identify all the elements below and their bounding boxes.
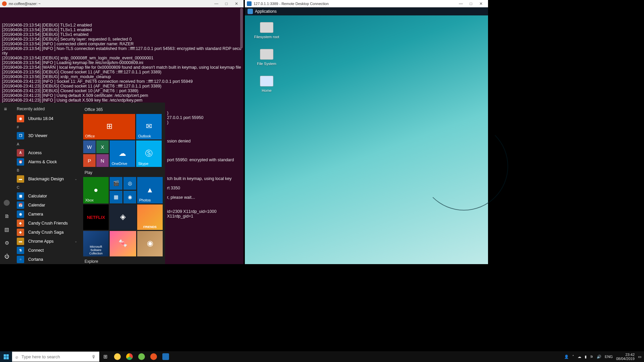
tile-word[interactable]: W [83,140,96,153]
taskbar-rdp[interactable] [160,351,172,362]
drive-icon [260,49,273,60]
start-app-list[interactable]: Recently added ◉Ubuntu 18.04 # ❒3D Viewe… [13,103,80,264]
tile-ccsaga[interactable]: 🍬 [110,231,136,256]
notifications-icon[interactable]: ▭ [638,355,641,359]
letter-a[interactable]: A [13,140,80,148]
applications-menu[interactable]: Applications [255,9,277,14]
cloud-icon: ☁ [119,149,126,158]
calendar-icon: 📅 [17,201,24,209]
tile-xbox[interactable]: ●Xbox [83,177,109,203]
terminal-scrollbar[interactable] [240,8,243,48]
app-connect[interactable]: ⇅Connect [13,246,80,255]
pictures-icon[interactable]: ▧ [4,227,10,233]
settings-icon[interactable]: ⚙ [4,240,10,246]
app-candy-crush-friends[interactable]: ◆Candy Crush Friends [13,219,80,228]
search-input[interactable] [21,354,92,359]
game-icon: ◆ [17,229,24,236]
minimize-button[interactable]: — [456,1,466,6]
rdp-titlebar[interactable]: 127.0.1.1:3389 - Remote Desktop Connecti… [245,0,488,7]
tile-people[interactable]: ◉ [123,191,136,203]
clock-icon: ⏰ [17,158,24,166]
letter-hash[interactable]: # [13,123,80,131]
people-icon[interactable]: 👤 [564,355,569,359]
app-ubuntu[interactable]: ◉Ubuntu 18.04 [13,114,80,123]
taskbar-search[interactable]: ⌕ 🎙 [12,352,99,362]
terminal-titlebar[interactable]: mr-coffee@razer: ~ — □ ✕ [0,0,244,7]
group-office365[interactable]: Office 365 [85,107,162,112]
close-button[interactable]: ✕ [476,1,486,6]
group-explore[interactable]: Explore [85,259,162,264]
app-camera[interactable]: ◉Camera [13,209,80,219]
onenote-icon: N [101,158,104,164]
office-icon: ⊞ [106,122,112,131]
system-tray: 👤 ˄ ☁ ▮ ⚞ 🔊 ENG 23:42 08/04/2019 ▭ [561,353,644,361]
tile-solitaire[interactable]: Microsoft Solitaire Collection [83,231,109,256]
cube-icon: ❒ [17,132,24,139]
rdp-icon [247,1,252,6]
chevron-down-icon: ⌄ [74,177,77,181]
ubuntu-icon [2,1,7,6]
camera-icon: ◉ [17,210,24,218]
tile-skype[interactable]: ⓈSkype [136,140,162,167]
desktop-icon-home[interactable]: Home [252,76,282,93]
tile-excel[interactable]: X [96,140,109,153]
candy-icon: 🍬 [118,239,127,248]
tile-groove[interactable]: ◎ [123,177,136,190]
tile-photoshop[interactable]: ◈ [110,204,136,230]
taskbar-clock[interactable]: 23:42 08/04/2019 [616,353,635,361]
app-calculator[interactable]: ▦Calculator [13,191,80,200]
xfce-menu-icon[interactable] [248,9,253,14]
disc-icon: ◎ [128,180,132,186]
maximize-button[interactable]: □ [466,1,476,6]
user-avatar-icon[interactable] [4,200,10,206]
start-button[interactable] [0,351,12,362]
tile-onenote[interactable]: N [96,154,109,167]
volume-icon[interactable]: 🔊 [597,355,601,359]
language-indicator[interactable]: ENG [605,355,613,359]
power-icon[interactable]: ⏻ [4,253,10,259]
app-3dviewer[interactable]: ❒3D Viewer [13,131,80,140]
tile-netflix[interactable]: NETFLIX [83,204,109,230]
xfce-panel[interactable]: Applications [245,7,488,15]
group-play[interactable]: Play [85,170,162,175]
tray-chevron-icon[interactable]: ˄ [572,355,574,359]
onedrive-tray-icon[interactable]: ☁ [578,355,581,359]
minimize-button[interactable]: — [211,1,221,6]
taskbar-app-green[interactable] [136,351,148,362]
tile-outlook[interactable]: ✉Outlook [136,114,162,139]
tile-game[interactable]: ◉ [137,231,163,256]
taskbar-file-explorer[interactable] [111,351,123,362]
windows-logo-icon [4,354,9,359]
tile-ccfriends[interactable]: FRIENDS [137,204,163,230]
task-view-button[interactable]: ⊞ [99,351,111,362]
app-candy-crush-saga[interactable]: ◆Candy Crush Saga [13,228,80,237]
wifi-icon[interactable]: ⚞ [590,355,593,359]
tile-movies[interactable]: 🎬 [110,177,122,190]
maximize-button[interactable]: □ [221,1,231,6]
battery-icon[interactable]: ▮ [585,355,587,359]
close-button[interactable]: ✕ [231,1,241,6]
xfce-desktop[interactable]: Filesystem root File System Home [245,15,488,264]
app-blackmagic[interactable]: ▬Blackmagic Design⌄ [13,174,80,183]
tile-photos[interactable]: ▲Photos [137,177,163,203]
documents-icon[interactable]: 🗎 [4,213,10,219]
ubuntu-icon: ◉ [17,115,24,122]
taskbar-ubuntu[interactable] [148,351,160,362]
app-access[interactable]: AAccess [13,148,80,157]
desktop-icon-filesystem-root[interactable]: Filesystem root [252,22,282,39]
tile-onedrive[interactable]: ☁OneDrive [110,140,135,167]
app-chrome-apps[interactable]: ▬Chrome Apps⌄ [13,237,80,246]
letter-b[interactable]: B [13,166,80,174]
rdp-window: 127.0.1.1:3389 - Remote Desktop Connecti… [245,0,488,264]
tile-powerpoint[interactable]: P [83,154,96,167]
taskbar-chrome[interactable] [123,351,136,362]
app-calendar[interactable]: 📅Calendar [13,200,80,209]
desktop-icon-filesystem[interactable]: File System [252,49,282,66]
letter-c[interactable]: C [13,183,80,191]
app-alarms[interactable]: ⏰Alarms & Clock [13,157,80,166]
mic-icon[interactable]: 🎙 [92,354,96,359]
tile-office[interactable]: ⊞Office [83,114,135,139]
hamburger-icon[interactable]: ≡ [4,106,9,111]
tile-calc[interactable]: ▦ [110,191,122,203]
app-cortana[interactable]: ○Cortana [13,255,80,264]
